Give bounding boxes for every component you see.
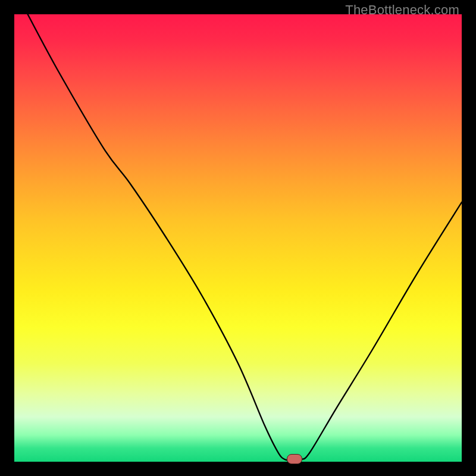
chart-frame: TheBottleneck.com (0, 0, 476, 476)
plot-area (14, 14, 462, 462)
watermark-text: TheBottleneck.com (345, 2, 459, 18)
bottleneck-curve (28, 14, 462, 460)
curve-svg (14, 14, 462, 462)
optimal-point-marker (287, 454, 302, 464)
